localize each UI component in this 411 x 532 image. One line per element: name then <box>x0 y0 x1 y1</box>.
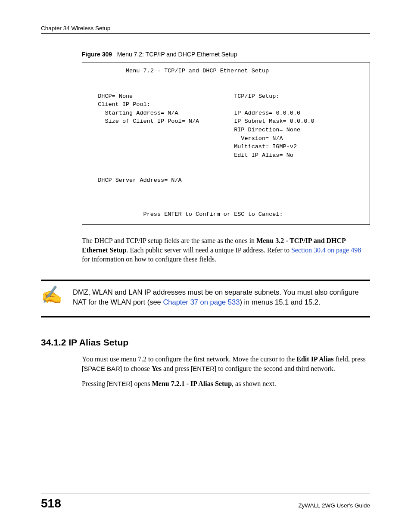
note-icon: ✍ <box>41 286 62 304</box>
edit-ip-alias-field: Edit IP Alias= No <box>234 152 293 159</box>
pool-size-field: Size of Client IP Pool= N/A <box>105 118 199 124</box>
rip-direction-field: RIP Direction= None <box>234 127 300 133</box>
dhcp-server-field: DHCP Server Address= N/A <box>98 177 181 184</box>
tcpip-label: TCP/IP Setup: <box>234 93 279 100</box>
dhcp-field: DHCP= None <box>98 93 133 100</box>
starting-address-field: Starting Address= N/A <box>105 110 178 116</box>
running-header: Chapter 34 Wireless Setup <box>41 25 370 31</box>
figure-title: Menu 7.2: TCP/IP and DHCP Ethernet Setup <box>117 51 237 58</box>
rip-version-field: Version= N/A <box>241 135 283 142</box>
page-footer: 518 ZyWALL 2WG User's Guide <box>41 494 370 510</box>
ip-address-field: IP Address= 0.0.0.0 <box>234 110 300 116</box>
client-pool-label: Client IP Pool: <box>98 101 150 108</box>
figure-label: Figure 309 <box>82 51 112 58</box>
section-paragraph-1: You must use menu 7.2 to configure the f… <box>82 355 370 373</box>
link-section-30-4[interactable]: Section 30.4 on page 498 <box>291 246 361 254</box>
subnet-mask-field: IP Subnet Mask= 0.0.0.0 <box>234 118 314 124</box>
terminal-prompt: Press ENTER to Confirm or ESC to Cancel: <box>143 211 283 218</box>
terminal-title: Menu 7.2 - TCP/IP and DHCP Ethernet Setu… <box>126 68 269 74</box>
link-chapter-37[interactable]: Chapter 37 on page 533 <box>163 298 240 306</box>
section-paragraph-2: Pressing [ENTER] opens Menu 7.2.1 - IP A… <box>82 379 370 389</box>
page-number: 518 <box>41 497 61 510</box>
guide-name: ZyWALL 2WG User's Guide <box>298 502 370 509</box>
section-heading-ip-alias: 34.1.2 IP Alias Setup <box>41 337 370 348</box>
note-callout: ✍ DMZ, WLAN and LAN IP addresses must be… <box>41 280 370 317</box>
terminal-output: Menu 7.2 - TCP/IP and DHCP Ethernet Setu… <box>82 62 370 225</box>
body-paragraph-1: The DHCP and TCP/IP setup fields are the… <box>82 236 370 264</box>
header-rule <box>41 33 370 34</box>
figure-caption: Figure 309 Menu 7.2: TCP/IP and DHCP Eth… <box>82 51 370 58</box>
footer-rule <box>41 494 370 494</box>
multicast-field: Multicast= IGMP-v2 <box>234 143 297 150</box>
note-text: DMZ, WLAN and LAN IP addresses must be o… <box>73 287 370 307</box>
